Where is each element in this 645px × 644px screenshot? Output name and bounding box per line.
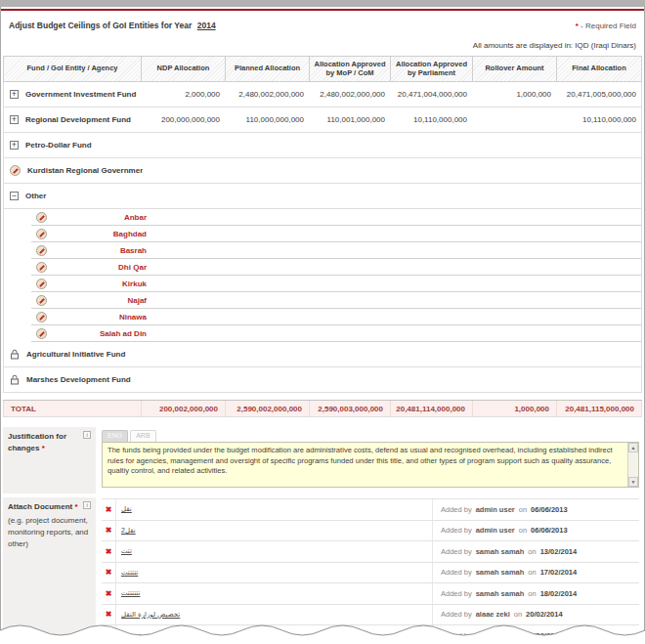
added-by-user: samah samah bbox=[476, 589, 525, 598]
amount-cell: 10,110,000,000 bbox=[558, 115, 643, 124]
total-cell: 2,590,003,000,000 bbox=[310, 401, 391, 416]
page-title: Adjust Budget Ceilings of GoI Entities f… bbox=[9, 21, 216, 30]
required-asterisk: * bbox=[74, 502, 77, 511]
region-link[interactable]: Anbar bbox=[57, 213, 147, 222]
delete-icon[interactable]: ✖ bbox=[106, 547, 112, 556]
region-row: Ninawa bbox=[31, 309, 641, 325]
total-cell: 20,481,115,000,000 bbox=[557, 401, 642, 416]
edit-icon[interactable] bbox=[36, 328, 47, 339]
currency-note: All amounts are displayed in: IQD (Iraqi… bbox=[473, 41, 636, 50]
lock-icon bbox=[10, 374, 20, 385]
fund-row: + Regional Development Fund 200,000,000,… bbox=[4, 107, 641, 133]
fund-row: Agricultural Initiative Fund bbox=[4, 342, 641, 367]
required-field-note: * - Required Field bbox=[576, 21, 636, 30]
header-cell-mop: Allocation Approved by MoP / CoM bbox=[310, 57, 391, 81]
region-row: Kirkuk bbox=[31, 276, 641, 292]
total-row: TOTAL 200,002,000,000 2,590,002,000,000 … bbox=[3, 400, 642, 417]
amount-cell: 110,001,000,000 bbox=[311, 115, 392, 124]
justification-text[interactable]: The funds being provided under the budge… bbox=[103, 443, 627, 487]
fund-name: Other bbox=[25, 192, 46, 200]
title-row: Adjust Budget Ceilings of GoI Entities f… bbox=[9, 21, 636, 30]
fund-name: Marshes Development Fund bbox=[26, 375, 131, 384]
region-link[interactable]: Najaf bbox=[57, 296, 147, 305]
delete-icon[interactable]: ✖ bbox=[106, 589, 112, 598]
total-cell: 200,002,000,000 bbox=[142, 401, 226, 416]
file-link[interactable]: تتت bbox=[121, 547, 132, 555]
info-icon[interactable]: i bbox=[83, 501, 91, 509]
edit-icon[interactable] bbox=[10, 165, 21, 176]
file-link[interactable]: نقل bbox=[121, 505, 132, 513]
header-cell-parliament: Allocation Approved by Parliament bbox=[391, 57, 473, 81]
amount-cell: 2,480,002,000,000 bbox=[227, 90, 311, 99]
tab-arb[interactable]: ARB bbox=[130, 430, 155, 442]
file-link[interactable]: 2نقل bbox=[121, 527, 136, 535]
attachment-row: ✖ تتت Added by samah samah on 13/02/2014 bbox=[102, 541, 639, 563]
added-date: 17/02/2014 bbox=[540, 568, 578, 577]
info-icon[interactable]: i bbox=[83, 431, 91, 439]
header-cell-rollover: Rollover Amount bbox=[473, 57, 557, 81]
amount-cell: 1,000,000 bbox=[474, 90, 558, 99]
file-link[interactable]: تتتتتت bbox=[121, 569, 138, 577]
expand-toggle-icon[interactable]: − bbox=[10, 192, 19, 200]
table-header: Fund / GoI Entity / Agency NDP Allocatio… bbox=[3, 56, 642, 82]
added-date: 06/06/2013 bbox=[531, 526, 568, 535]
torn-edge-decoration bbox=[0, 613, 645, 644]
region-link[interactable]: Kirkuk bbox=[57, 279, 147, 288]
page-title-text: Adjust Budget Ceilings of GoI Entities f… bbox=[9, 21, 192, 30]
fund-row: + Petro-Dollar Fund bbox=[4, 133, 641, 158]
accent-line bbox=[0, 9, 645, 11]
region-row: Salah ad Din bbox=[31, 325, 641, 342]
delete-icon[interactable]: ✖ bbox=[106, 526, 112, 535]
total-cell: 2,590,002,000,000 bbox=[226, 401, 310, 416]
added-date: 18/02/2014 bbox=[540, 589, 578, 598]
attachment-row: ✖ تتتتتت Added by samah samah on 17/02/2… bbox=[102, 563, 639, 584]
edit-icon[interactable] bbox=[36, 262, 47, 273]
total-label: TOTAL bbox=[3, 401, 142, 416]
fund-name: Agricultural Initiative Fund bbox=[26, 350, 125, 359]
required-asterisk: * bbox=[42, 444, 45, 452]
textarea-scrollbar[interactable]: ▲ ▼ bbox=[627, 443, 638, 487]
header-cell-planned: Planned Allocation bbox=[226, 57, 310, 81]
added-by-user: admin user bbox=[476, 505, 515, 514]
amount-cell: 110,000,000,000 bbox=[227, 115, 311, 124]
on-label: on bbox=[528, 589, 536, 598]
expand-toggle-icon[interactable]: + bbox=[10, 90, 19, 99]
amount-cell: 20,471,004,000,000 bbox=[392, 90, 474, 99]
expand-toggle-icon[interactable]: + bbox=[10, 141, 19, 150]
region-row: Najaf bbox=[31, 292, 641, 309]
added-by-label: Added by bbox=[441, 526, 472, 535]
edit-icon[interactable] bbox=[36, 279, 47, 289]
added-by-label: Added by bbox=[441, 568, 472, 577]
total-cell: 1,000,000 bbox=[473, 401, 557, 416]
edit-icon[interactable] bbox=[36, 229, 47, 239]
edit-icon[interactable] bbox=[36, 295, 47, 306]
justification-textarea[interactable]: The funds being provided under the budge… bbox=[102, 442, 639, 488]
expand-toggle-icon[interactable]: + bbox=[10, 115, 19, 124]
region-link[interactable]: Dhi Qar bbox=[57, 263, 147, 272]
year-link[interactable]: 2014 bbox=[197, 21, 216, 30]
delete-icon[interactable]: ✖ bbox=[106, 505, 112, 514]
lock-icon bbox=[10, 349, 20, 360]
scroll-up-icon[interactable]: ▲ bbox=[628, 443, 638, 452]
language-tabs: ENG ARB bbox=[102, 430, 639, 442]
header-cell-ndp: NDP Allocation bbox=[142, 57, 226, 81]
scroll-down-icon[interactable]: ▼ bbox=[628, 477, 638, 487]
region-link[interactable]: Salah ad Din bbox=[57, 329, 147, 338]
edit-icon[interactable] bbox=[36, 245, 47, 256]
delete-icon[interactable]: ✖ bbox=[106, 568, 112, 577]
edit-icon[interactable] bbox=[36, 312, 47, 322]
budget-table: Fund / GoI Entity / Agency NDP Allocatio… bbox=[3, 56, 642, 417]
region-link[interactable]: Basrah bbox=[57, 246, 147, 255]
tab-eng[interactable]: ENG bbox=[102, 430, 128, 442]
edit-icon[interactable] bbox=[36, 212, 47, 223]
required-note-text: - Required Field bbox=[580, 21, 636, 30]
attach-document-sublabel: (e.g. project document, monitoring repor… bbox=[8, 515, 91, 550]
file-link[interactable]: تتتتتتت bbox=[121, 589, 140, 597]
on-label: on bbox=[528, 547, 536, 556]
on-label: on bbox=[519, 505, 527, 514]
region-link[interactable]: Ninawa bbox=[57, 313, 147, 322]
region-row: Baghdad bbox=[31, 226, 641, 242]
amount-cell: 2,480,002,000,000 bbox=[311, 90, 392, 99]
attachment-row: ✖ 2نقل Added by admin user on 06/06/2013 bbox=[102, 521, 639, 542]
region-link[interactable]: Baghdad bbox=[57, 230, 147, 238]
